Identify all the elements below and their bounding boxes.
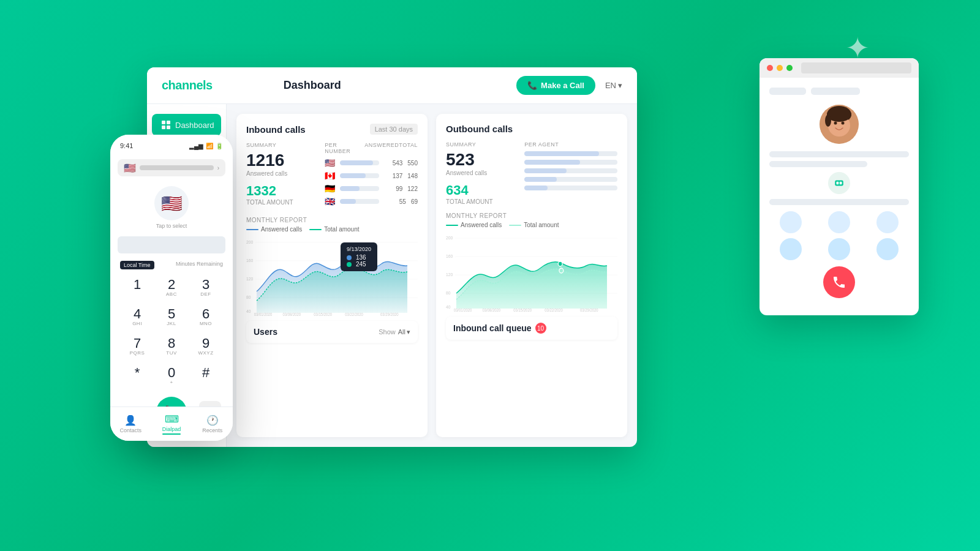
browser-window — [760, 58, 919, 315]
contact-name-bar — [769, 151, 909, 157]
chevron-down-icon: ▾ — [618, 81, 622, 90]
browser-url-bar — [801, 62, 911, 73]
inbound-answered-count: 1216 — [246, 152, 312, 169]
phone-nav-recents[interactable]: 🕐 Recents — [192, 407, 233, 441]
svg-rect-3 — [167, 126, 170, 129]
dial-key-3[interactable]: 3 DEF — [189, 273, 223, 302]
browser-content — [760, 78, 919, 308]
phone-nav-contacts[interactable]: 👤 Contacts — [110, 407, 151, 441]
number-row-de: 🇩🇪 99 122 — [325, 184, 418, 193]
number-row-gb: 🇬🇧 55 69 — [325, 197, 418, 206]
inbound-summary: SUMMARY 1216 Answered calls 1332 TOTAL A… — [246, 142, 312, 209]
de-flag: 🇩🇪 — [325, 184, 335, 193]
dialpad-grid: 1 2 ABC 3 DEF 4 GHI 5 JKL 6 MNO 7 PQRS 8 — [110, 273, 233, 391]
inbound-calls-card: Inbound calls Last 30 days SUMMARY 1216 … — [236, 114, 428, 437]
gb-flag: 🇬🇧 — [325, 197, 335, 206]
outbound-summary: SUMMARY 523 Answered calls 634 TOTAL AMO… — [446, 141, 512, 205]
make-call-button[interactable]: 📞 Make a Call — [516, 76, 595, 95]
svg-text:03/15/2020: 03/15/2020 — [314, 312, 332, 316]
outbound-title: Outbound calls — [446, 124, 513, 134]
maximize-window-icon[interactable] — [786, 65, 793, 71]
svg-text:03/08/2020: 03/08/2020 — [282, 312, 301, 316]
dial-key-0[interactable]: 0 + — [154, 361, 189, 391]
keypad-display — [769, 211, 909, 260]
svg-text:03/29/2020: 03/29/2020 — [580, 308, 598, 312]
phone-flag-section: 🇺🇸 Tap to select — [110, 179, 233, 236]
svg-text:40: 40 — [246, 308, 251, 314]
avatar-section — [769, 105, 909, 144]
inbound-per-number: PER NUMBER ANSWERED TOTAL 🇺🇸 543 550 — [325, 142, 418, 209]
show-chevron-icon: ▾ — [407, 328, 410, 336]
contacts-icon: 👤 — [124, 414, 137, 426]
language-selector[interactable]: EN ▾ — [605, 81, 622, 90]
chart-tooltip: 9/13/2020 136 245 — [341, 242, 377, 271]
inbound-title: Inbound calls — [246, 124, 306, 135]
dial-key-6[interactable]: 6 MNO — [189, 302, 223, 332]
svg-rect-44 — [840, 182, 842, 185]
dial-key-8[interactable]: 8 TUV — [154, 332, 189, 361]
svg-rect-42 — [835, 181, 843, 186]
chevron-right-icon: › — [217, 165, 219, 171]
svg-text:03/22/2020: 03/22/2020 — [345, 312, 363, 316]
ca-flag: 🇨🇦 — [325, 171, 335, 181]
svg-text:40: 40 — [446, 304, 451, 310]
dashboard-header: channels Dashboard 📞 Make a Call EN ▾ — [147, 67, 637, 104]
phone-mockup: 9:41 ▂▄▆ 📶 🔋 🇺🇸 › 🇺🇸 Tap to select Local… — [110, 135, 233, 441]
svg-point-41 — [825, 114, 831, 127]
dialpad-header: Local Time Minutes Remaining — [110, 258, 233, 273]
date-range-badge: Last 30 days — [370, 124, 418, 135]
svg-text:80: 80 — [446, 290, 451, 296]
phone-search-bar[interactable]: 🇺🇸 › — [118, 159, 225, 176]
inbound-queue-badge: 10 — [535, 323, 546, 334]
dial-key-9[interactable]: 9 WXYZ — [189, 332, 223, 361]
inbound-answered-label: Answered calls — [246, 170, 312, 177]
phone-time: 9:41 — [120, 142, 133, 149]
recents-icon: 🕐 — [206, 414, 219, 426]
dial-key-star[interactable]: * — [120, 361, 154, 391]
inbound-monthly-label: MONTHLY REPORT — [246, 217, 418, 223]
dial-key-5[interactable]: 5 JKL — [154, 302, 189, 332]
grid-icon — [162, 120, 170, 130]
svg-point-34 — [559, 268, 564, 273]
dial-key-2[interactable]: 2 ABC — [154, 273, 189, 302]
svg-text:03/29/2020: 03/29/2020 — [380, 312, 399, 316]
keypad-btn-2[interactable] — [828, 211, 850, 233]
svg-text:03/01/2020: 03/01/2020 — [254, 312, 273, 316]
close-window-icon[interactable] — [767, 65, 773, 71]
phone-nav: 👤 Contacts ⌨ Dialpad 🕐 Recents — [110, 407, 233, 441]
outbound-monthly-label: MONTHLY REPORT — [446, 212, 617, 219]
dial-key-hash[interactable]: # — [189, 361, 223, 391]
dial-key-7[interactable]: 7 PQRS — [120, 332, 154, 361]
active-call-icon[interactable] — [828, 172, 850, 194]
phone-number-display[interactable] — [118, 236, 225, 253]
cards-row: Inbound calls Last 30 days SUMMARY 1216 … — [236, 114, 627, 437]
end-call-button[interactable] — [823, 266, 855, 298]
outbound-total-count: 634 — [446, 184, 512, 197]
keypad-btn-3[interactable] — [876, 211, 899, 233]
outbound-calls-card: Outbound calls SUMMARY 523 Answered call… — [436, 114, 627, 437]
phone-country-flag: 🇺🇸 — [154, 186, 189, 220]
keypad-btn-4[interactable] — [780, 238, 802, 260]
svg-text:200: 200 — [246, 239, 253, 245]
svg-text:03/15/2020: 03/15/2020 — [513, 308, 532, 312]
svg-text:03/08/2020: 03/08/2020 — [482, 308, 500, 312]
dial-key-4[interactable]: 4 GHI — [120, 302, 154, 332]
phone-icons: ▂▄▆ 📶 🔋 — [189, 143, 223, 149]
keypad-btn-6[interactable] — [876, 238, 899, 260]
dial-key-1[interactable]: 1 — [120, 273, 154, 302]
user-name-placeholder — [769, 88, 806, 95]
local-time-label: Local Time — [120, 261, 154, 269]
inbound-card-header: Inbound calls Last 30 days — [246, 124, 418, 135]
sidebar-item-dashboard[interactable]: Dashboard — [152, 114, 221, 136]
number-row-ca: 🇨🇦 137 148 — [325, 171, 418, 181]
minimize-window-icon[interactable] — [777, 65, 783, 71]
phone-nav-dialpad[interactable]: ⌨ Dialpad — [151, 407, 192, 441]
svg-point-38 — [834, 122, 837, 125]
svg-rect-43 — [837, 182, 839, 185]
wifi-icon: 📶 — [206, 143, 213, 149]
svg-text:120: 120 — [246, 276, 253, 282]
keypad-btn-1[interactable] — [780, 211, 802, 233]
keypad-btn-5[interactable] — [828, 238, 850, 260]
outbound-stats: SUMMARY 523 Answered calls 634 TOTAL AMO… — [446, 141, 617, 205]
minutes-remaining-label: Minutes Remaining — [176, 261, 223, 269]
